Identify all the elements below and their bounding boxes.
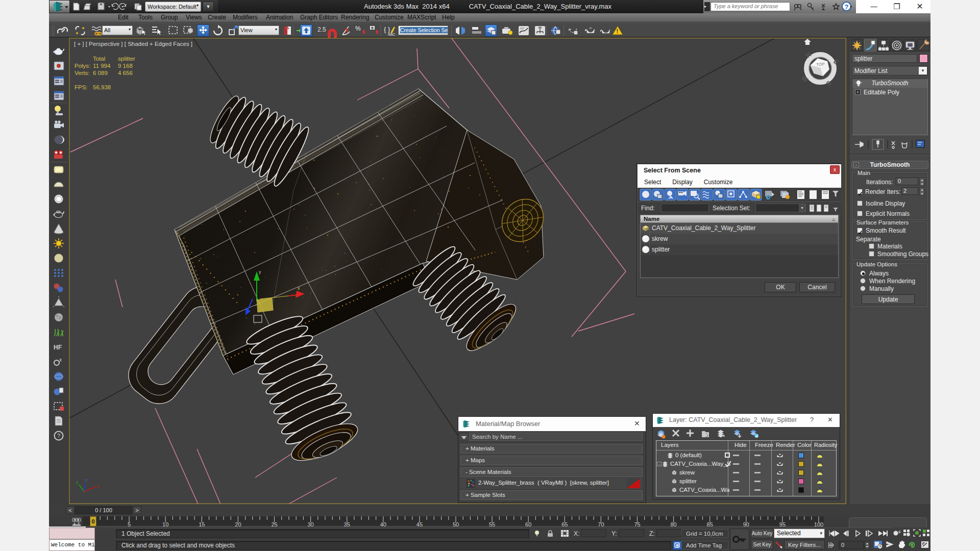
svg-text:HF: HF xyxy=(54,344,62,351)
svg-text:{ }: { } xyxy=(384,26,390,33)
svg-text:%: % xyxy=(355,25,361,32)
svg-text:TOP: TOP xyxy=(816,62,825,67)
svg-text:Total: Total xyxy=(93,56,105,62)
svg-text:!: ! xyxy=(617,28,619,34)
svg-text:❄: ❄ xyxy=(767,195,770,200)
svg-text:55: 55 xyxy=(489,521,495,528)
svg-text:50: 50 xyxy=(453,521,459,528)
svg-text:Verts:: Verts: xyxy=(75,70,89,76)
svg-text:9 168: 9 168 xyxy=(118,63,133,69)
svg-text:4 656: 4 656 xyxy=(118,70,133,76)
svg-text:xyz: xyz xyxy=(520,27,524,30)
svg-text:x: x xyxy=(298,286,300,291)
svg-text:6 089: 6 089 xyxy=(93,70,108,76)
svg-text:[ + ] [ Perspective ] [ Shaded: [ + ] [ Perspective ] [ Shaded + Edged F… xyxy=(74,41,192,47)
svg-text:FPS:: FPS: xyxy=(75,84,88,90)
svg-text:30: 30 xyxy=(307,521,313,528)
svg-text:35: 35 xyxy=(344,521,350,528)
svg-text:20: 20 xyxy=(235,521,241,528)
svg-text:15: 15 xyxy=(199,521,205,528)
svg-text:25: 25 xyxy=(271,521,277,528)
svg-text:5: 5 xyxy=(128,521,131,528)
svg-text:75: 75 xyxy=(634,521,640,528)
svg-text:ABC: ABC xyxy=(388,33,395,36)
svg-text:90: 90 xyxy=(743,521,749,528)
svg-text:z: z xyxy=(85,478,88,483)
svg-text:10: 10 xyxy=(162,521,168,528)
svg-text:0: 0 xyxy=(841,542,844,548)
svg-text:x: x xyxy=(96,484,99,489)
svg-text:x: x xyxy=(59,357,62,363)
svg-text:60: 60 xyxy=(525,521,531,528)
svg-text:100: 100 xyxy=(814,521,823,528)
svg-text:56,938: 56,938 xyxy=(93,84,111,90)
svg-text:85: 85 xyxy=(707,521,713,528)
svg-text:❄: ❄ xyxy=(755,434,759,439)
svg-text:splitter: splitter xyxy=(118,56,135,62)
svg-text:40: 40 xyxy=(380,521,386,528)
svg-text:Polys:: Polys: xyxy=(75,63,90,69)
svg-text:70: 70 xyxy=(598,521,604,528)
svg-text:?: ? xyxy=(57,433,60,439)
svg-text:y: y xyxy=(76,480,79,485)
svg-text:95: 95 xyxy=(779,521,786,528)
svg-text:45: 45 xyxy=(416,521,423,528)
svg-text:80: 80 xyxy=(670,521,676,528)
svg-text:65: 65 xyxy=(561,521,568,528)
svg-text:y: y xyxy=(259,269,261,274)
svg-text:11 994: 11 994 xyxy=(93,63,111,69)
